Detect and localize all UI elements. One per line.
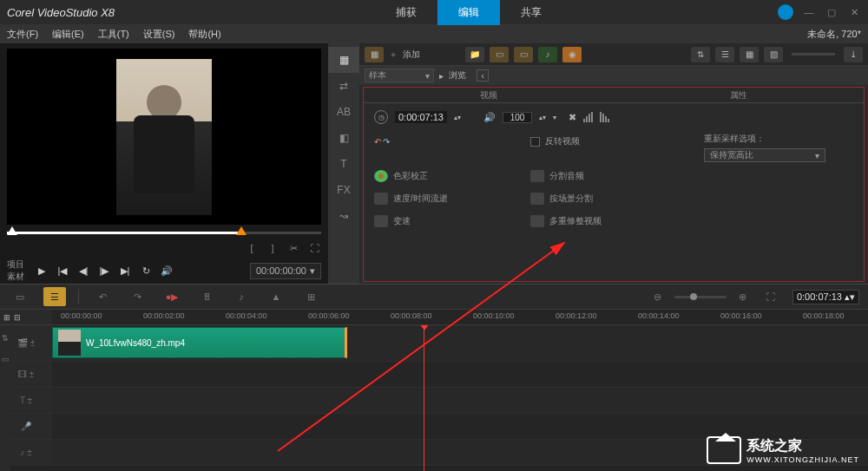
options-tab-video[interactable]: 视频 [364, 88, 614, 102]
preview-panel: [ ] ✂ ⛶ 项目 素材 ▶ |◀ ◀| |▶ ▶| ↻ 🔊 00:00:00… [0, 43, 328, 284]
ruler-tick: 00:00:00:00 [61, 311, 102, 320]
fadeout-icon[interactable] [600, 112, 609, 122]
ruler-btn1-icon[interactable]: ⊞ [3, 313, 10, 322]
menu-tools[interactable]: 工具(T) [98, 28, 129, 41]
path-category-icon[interactable]: ↝ [328, 203, 359, 229]
expand-icon[interactable]: ⛶ [307, 241, 321, 255]
zoom-out-icon[interactable]: ⊖ [647, 287, 669, 306]
mute-icon[interactable]: ✖ [569, 112, 576, 123]
browse-label[interactable]: 浏览 [449, 69, 466, 82]
undo-icon[interactable]: ↶ [91, 287, 114, 306]
filter-photo-icon[interactable]: ▭ [514, 47, 533, 62]
menu-help[interactable]: 帮助(H) [188, 28, 220, 41]
mark-in-icon[interactable]: [ [245, 241, 259, 255]
fit-icon[interactable]: ⛶ [760, 287, 782, 306]
close-button[interactable]: ✕ [847, 5, 861, 19]
mixer-icon[interactable]: 🎚 [195, 287, 218, 306]
folder-all-icon[interactable]: ▦ [365, 47, 384, 62]
volume-icon: 🔊 [483, 112, 496, 123]
source-tab-clip[interactable]: 素材 [7, 271, 24, 283]
play-button[interactable]: ▶ [33, 262, 50, 279]
collapse-icon[interactable]: ‹ [477, 69, 489, 82]
split-icon[interactable]: ✂ [286, 241, 300, 255]
ruler-tick: 00:00:10:00 [473, 311, 515, 320]
view-grid-icon[interactable]: ▦ [740, 47, 759, 62]
marker-icon[interactable]: ▲ [265, 287, 287, 306]
loop-button[interactable]: ↻ [137, 262, 155, 279]
title-category-icon[interactable]: AB [328, 99, 359, 125]
mark-out-icon[interactable]: ] [266, 241, 279, 255]
ruler-tick: 00:00:12:00 [556, 311, 597, 320]
filter-audio-icon[interactable]: ♪ [538, 47, 557, 62]
options-tab-attr[interactable]: 属性 [614, 88, 864, 102]
tab-edit[interactable]: 编辑 [437, 0, 500, 25]
transition-category-icon[interactable]: ⇄ [328, 73, 359, 99]
timeline-ruler[interactable]: ⊞ ⊟ 00:00:00:00 00:00:02:00 00:00:04:00 … [0, 310, 868, 325]
duration-icon: ◷ [374, 110, 388, 124]
media-category-icon[interactable]: ▦ [328, 47, 359, 73]
record-icon[interactable]: ●▶ [161, 287, 183, 306]
storyboard-view-icon[interactable]: ▭ [9, 287, 31, 306]
video-clip[interactable]: W_10LfvwNs480_zh.mp4 [52, 327, 347, 358]
rotate-left-button[interactable]: ↶↷ [374, 133, 522, 150]
menu-bar: 文件(F) 编辑(E) 工具(T) 设置(S) 帮助(H) 未命名, 720* [0, 24, 868, 43]
track-lock-icon[interactable]: ▭ [2, 355, 10, 363]
tab-share[interactable]: 共享 [500, 0, 562, 25]
next-frame-button[interactable]: |▶ [95, 262, 113, 279]
preview-scrubber[interactable] [7, 226, 321, 239]
filter-disc-icon[interactable]: ◉ [562, 47, 582, 62]
timeline-view-icon[interactable]: ☰ [43, 287, 66, 306]
import-icon[interactable]: ⤓ [844, 47, 863, 62]
tab-capture[interactable]: 捕获 [375, 0, 437, 25]
sample-dropdown[interactable]: 样本▾ [365, 69, 434, 82]
zoom-slider[interactable] [674, 296, 727, 298]
multi-trim-button[interactable]: 多重修整视频 [530, 213, 695, 230]
ruler-btn2-icon[interactable]: ⊟ [14, 313, 21, 322]
color-correction-button[interactable]: 色彩校正 [374, 167, 522, 185]
open-folder-icon[interactable]: 📁 [465, 47, 484, 62]
trim-start-handle[interactable] [7, 226, 17, 235]
menu-edit[interactable]: 编辑(E) [52, 28, 84, 41]
resample-dropdown[interactable]: 保持宽高比▾ [704, 148, 825, 162]
text-category-icon[interactable]: T [328, 151, 359, 177]
prev-frame-button[interactable]: ◀| [75, 262, 92, 279]
thumb-size-slider[interactable] [792, 53, 835, 56]
menu-file[interactable]: 文件(F) [7, 28, 38, 41]
sort-icon[interactable]: ⇅ [691, 47, 710, 62]
globe-icon[interactable] [778, 4, 793, 20]
split-audio-button[interactable]: 分割音频 [530, 167, 695, 185]
ruler-tick: 00:00:14:00 [638, 311, 680, 320]
reverse-checkbox[interactable]: 反转视频 [530, 133, 695, 150]
clip-duration[interactable]: 0:00:07:13 [395, 111, 447, 123]
watermark-text: 系统之家 [746, 438, 802, 453]
redo-icon[interactable]: ↷ [126, 287, 148, 306]
volume-button[interactable]: 🔊 [158, 262, 175, 279]
add-label[interactable]: 添加 [403, 49, 420, 61]
go-start-button[interactable]: |◀ [54, 262, 71, 279]
menu-settings[interactable]: 设置(S) [143, 28, 175, 41]
options-toggle-icon[interactable]: ▧ [764, 47, 783, 62]
auto-music-icon[interactable]: ♪ [230, 287, 253, 306]
go-end-button[interactable]: ▶| [116, 262, 134, 279]
source-tab-project[interactable]: 项目 [7, 258, 24, 271]
fadein-icon[interactable] [583, 112, 593, 122]
graphic-category-icon[interactable]: ◧ [328, 125, 359, 151]
strobe-button[interactable]: 变速 [374, 213, 522, 230]
filter-category-icon[interactable]: FX [328, 177, 359, 203]
timeline-timecode[interactable]: 0:00:07:13 ▴▾ [792, 290, 859, 304]
preview-timecode[interactable]: 00:00:00:00▾ [250, 263, 321, 279]
view-list-icon[interactable]: ☰ [715, 47, 734, 62]
filter-video-icon[interactable]: ▭ [490, 47, 509, 62]
minimize-button[interactable]: — [802, 5, 816, 19]
speed-button[interactable]: 速度/时间流逝 [374, 190, 522, 207]
playhead-handle[interactable] [419, 325, 430, 330]
scene-split-button[interactable]: 按场景分割 [530, 190, 695, 207]
library-header: ▦ ＋ 添加 📁 ▭ ▭ ♪ ◉ ⇅ ☰ ▦ ▧ ⤓ [359, 43, 868, 66]
track-tools-icon[interactable]: ⇅ [2, 334, 9, 343]
zoom-in-icon[interactable]: ⊕ [732, 287, 754, 306]
chapter-icon[interactable]: ⊞ [299, 287, 322, 306]
preview-viewport[interactable] [7, 49, 321, 225]
maximize-button[interactable]: ▢ [825, 5, 838, 19]
volume-input[interactable] [503, 112, 532, 123]
trim-end-handle[interactable] [236, 226, 247, 235]
